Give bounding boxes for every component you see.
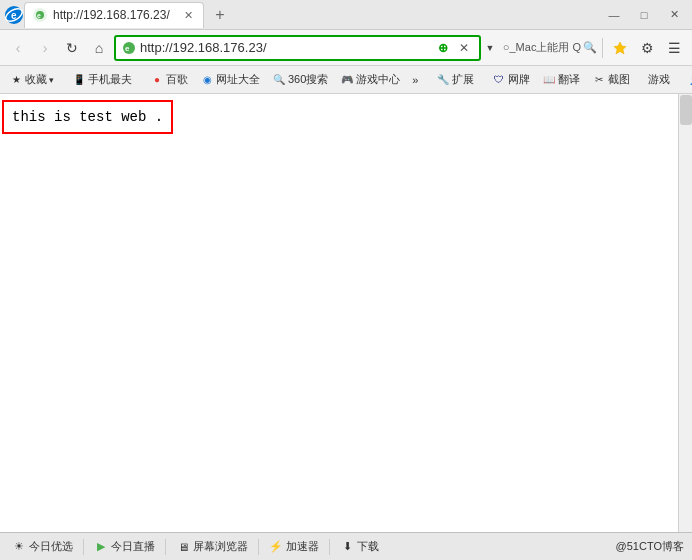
gamecenter-icon: 🎮	[340, 73, 354, 87]
window-controls: — □ ✕	[600, 3, 688, 27]
search360-icon: 🔍	[272, 73, 286, 87]
tab-label: http://192.168.176.23/	[53, 8, 175, 22]
status-sep-1	[83, 539, 84, 555]
test-text-box: this is test web .	[2, 100, 173, 134]
download-icon: ⬇	[340, 540, 354, 554]
test-text: this is test web .	[12, 109, 163, 125]
today-picks-icon: ☀	[12, 540, 26, 554]
status-today-picks[interactable]: ☀ 今日优选	[8, 537, 77, 556]
bm-baidu-label: 百歌	[166, 72, 188, 87]
bm-youxi[interactable]: 游戏	[643, 70, 675, 89]
nav-menu-button[interactable]: ☰	[662, 36, 686, 60]
fanyi-icon: 📖	[542, 73, 556, 87]
tab-favicon-icon: e	[33, 8, 47, 22]
tab-close-button[interactable]: ✕	[181, 8, 195, 22]
status-accelerator[interactable]: ⚡ 加速器	[265, 537, 323, 556]
status-today-live[interactable]: ▶ 今日直播	[90, 537, 159, 556]
status-right-area: @51CTO博客	[616, 539, 684, 554]
status-right-label: @51CTO博客	[616, 539, 684, 554]
address-bar[interactable]: e ⊕ ✕	[114, 35, 481, 61]
today-live-icon: ▶	[94, 540, 108, 554]
scrollbar-track[interactable]	[678, 94, 692, 532]
nav-bar: ‹ › ↻ ⌂ e ⊕ ✕ ▼ ○_Mac上能用 Q 🔍 ⚙ ☰	[0, 30, 692, 66]
bm-favorites-arrow: ▾	[49, 75, 54, 85]
bm-fanyi-label: 翻译	[558, 72, 580, 87]
bm-favorites[interactable]: ★ 收藏 ▾	[4, 70, 59, 89]
nav-tools-button[interactable]: ⚙	[635, 36, 659, 60]
bm-wangzhi[interactable]: ◉ 网址大全	[195, 70, 265, 89]
accelerator-icon: ⚡	[269, 540, 283, 554]
search-area: ○_Mac上能用 Q 🔍	[503, 40, 597, 55]
wangzhi-icon: ◉	[200, 73, 214, 87]
mobile-icon: 📱	[72, 73, 86, 87]
download-label: 下载	[357, 539, 379, 554]
bookmarks-bar: ★ 收藏 ▾ 📱 手机最夫 ● 百歌 ◉ 网址大全 🔍 360搜索 🎮 游戏中心…	[0, 66, 692, 94]
tab-area: e http://192.168.176.23/ ✕ +	[24, 0, 600, 29]
star-icon	[612, 40, 628, 56]
title-bar: e e http://192.168.176.23/ ✕ + — □ ✕	[0, 0, 692, 30]
active-tab[interactable]: e http://192.168.176.23/ ✕	[24, 2, 204, 28]
close-button[interactable]: ✕	[660, 3, 688, 27]
today-picks-label: 今日优选	[29, 539, 73, 554]
address-input[interactable]	[140, 40, 430, 55]
minimize-button[interactable]: —	[600, 3, 628, 27]
status-sep-3	[258, 539, 259, 555]
refresh-button[interactable]: ↻	[60, 36, 84, 60]
home-button[interactable]: ⌂	[87, 36, 111, 60]
nav-favorites-button[interactable]	[608, 36, 632, 60]
svg-text:e: e	[125, 44, 130, 53]
compat-view-icon[interactable]: ⊕	[434, 39, 452, 57]
address-dropdown-icon[interactable]: ▼	[484, 36, 496, 60]
bm-mobile-label: 手机最夫	[88, 72, 132, 87]
bm-jietu[interactable]: ✂ 截图	[587, 70, 635, 89]
screen-browser-label: 屏幕浏览器	[193, 539, 248, 554]
bm-more[interactable]: »	[407, 72, 423, 88]
status-sep-2	[165, 539, 166, 555]
wangpai-icon: 🛡	[492, 73, 506, 87]
bm-wangzhi-label: 网址大全	[216, 72, 260, 87]
accelerator-label: 加速器	[286, 539, 319, 554]
svg-marker-7	[614, 42, 626, 54]
bm-fanyi[interactable]: 📖 翻译	[537, 70, 585, 89]
maximize-button[interactable]: □	[630, 3, 658, 27]
bm-extend-label: 扩展	[452, 72, 474, 87]
svg-text:e: e	[11, 10, 17, 21]
star-bm-icon: ★	[9, 73, 23, 87]
refresh-address-icon[interactable]: ✕	[455, 39, 473, 57]
nav-separator	[602, 38, 603, 58]
new-tab-button[interactable]: +	[208, 3, 232, 27]
address-favicon-icon: e	[122, 41, 136, 55]
baidu-icon: ●	[150, 73, 164, 87]
bm-360search-label: 360搜索	[288, 72, 328, 87]
bm-mobile[interactable]: 📱 手机最夫	[67, 70, 137, 89]
bm-wangpai-label: 网牌	[508, 72, 530, 87]
status-left-area: ☀ 今日优选 ▶ 今日直播 🖥 屏幕浏览器 ⚡ 加速器 ⬇ 下载	[8, 537, 616, 556]
web-content: this is test web .	[0, 94, 692, 532]
bm-baidu[interactable]: ● 百歌	[145, 70, 193, 89]
login-icon: 👤	[688, 73, 692, 87]
bm-wangpai[interactable]: 🛡 网牌	[487, 70, 535, 89]
address-icons: ⊕ ✕	[434, 39, 473, 57]
status-screen-browser[interactable]: 🖥 屏幕浏览器	[172, 537, 252, 556]
bm-login[interactable]: 👤 登录管家	[683, 70, 692, 89]
status-bar: ☀ 今日优选 ▶ 今日直播 🖥 屏幕浏览器 ⚡ 加速器 ⬇ 下载 @51CTO博…	[0, 532, 692, 560]
back-button[interactable]: ‹	[6, 36, 30, 60]
status-download[interactable]: ⬇ 下载	[336, 537, 383, 556]
bm-360search[interactable]: 🔍 360搜索	[267, 70, 333, 89]
status-sep-4	[329, 539, 330, 555]
screen-browser-icon: 🖥	[176, 540, 190, 554]
bm-youxi-label: 游戏	[648, 72, 670, 87]
bm-more-label: »	[412, 74, 418, 86]
jietu-icon: ✂	[592, 73, 606, 87]
bm-gamecenter[interactable]: 🎮 游戏中心	[335, 70, 405, 89]
bm-extend[interactable]: 🔧 扩展	[431, 70, 479, 89]
bm-favorites-label: 收藏	[25, 72, 47, 87]
bm-jietu-label: 截图	[608, 72, 630, 87]
scrollbar-thumb[interactable]	[680, 95, 692, 125]
search-placeholder-label: ○_Mac上能用 Q	[503, 40, 581, 55]
browser-logo-icon: e	[4, 5, 24, 25]
search-icon[interactable]: 🔍	[583, 41, 597, 54]
extend-icon: 🔧	[436, 73, 450, 87]
forward-button[interactable]: ›	[33, 36, 57, 60]
today-live-label: 今日直播	[111, 539, 155, 554]
